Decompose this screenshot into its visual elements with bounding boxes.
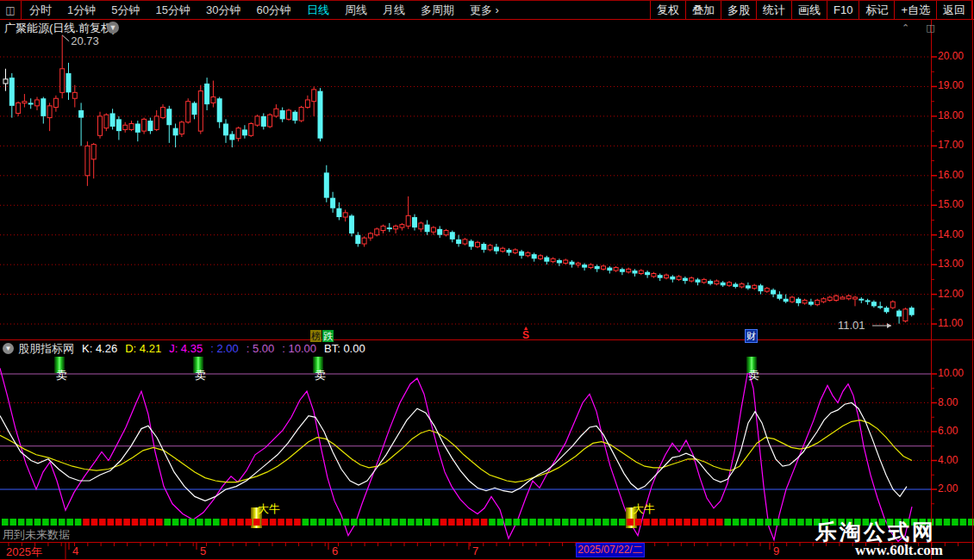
indicator-header: ▼ 股朋指标网K: 4.26D: 4.21J: 4.35: 2.00: 5.00… bbox=[3, 342, 373, 355]
pane-control-icons[interactable]: ⌃ ◫ bbox=[902, 22, 942, 34]
watermark-url: www.60lt.com bbox=[855, 542, 943, 559]
bull-signal-label: 大牛 bbox=[258, 503, 280, 515]
indicator-header-item-5: : 5.00 bbox=[247, 342, 275, 355]
indicator-axis-label: 6.00 bbox=[938, 426, 958, 437]
sell-signal-label: 卖 bbox=[195, 370, 206, 382]
sell-signal-label: 卖 bbox=[56, 370, 67, 382]
svg-text:11.01: 11.01 bbox=[838, 319, 865, 332]
price-axis-label: 15.00 bbox=[938, 199, 964, 210]
month-label: 4 bbox=[72, 544, 78, 557]
indicator-axis-label: 10.00 bbox=[938, 368, 964, 379]
indicator-axis-label: 2.00 bbox=[938, 483, 958, 495]
future-data-note: 用到未来数据 bbox=[3, 527, 70, 543]
price-axis-label: 17.00 bbox=[938, 140, 964, 151]
event-marker-0[interactable]: 榜 bbox=[310, 330, 322, 342]
svg-text:20.73: 20.73 bbox=[71, 34, 99, 47]
sell-signal-label: 卖 bbox=[748, 370, 759, 382]
price-axis-label: 13.00 bbox=[938, 258, 964, 270]
indicator-axis-label: 4.00 bbox=[938, 455, 958, 466]
sell-signal-label: 卖 bbox=[315, 370, 326, 382]
chevron-down-icon[interactable]: ▼ bbox=[107, 22, 119, 34]
year-label: 2025年 bbox=[6, 544, 42, 560]
price-axis-label: 16.00 bbox=[938, 170, 964, 181]
event-marker-1[interactable]: 跌 bbox=[322, 330, 334, 342]
price-axis-label: 14.00 bbox=[938, 229, 964, 240]
month-label: 9 bbox=[773, 544, 779, 557]
indicator-header-item-2: D: 4.21 bbox=[125, 342, 161, 355]
month-label: 5 bbox=[200, 544, 206, 557]
indicator-header-item-4: : 2.00 bbox=[210, 342, 239, 355]
indicator-header-item-3: J: 4.35 bbox=[169, 342, 203, 355]
price-axis-label: 18.00 bbox=[938, 110, 964, 121]
price-axis-label: 11.00 bbox=[938, 318, 963, 329]
price-axis-label: 12.00 bbox=[938, 289, 964, 300]
indicator-header-item-6: : 10.00 bbox=[282, 342, 316, 355]
trading-app-window: ◫ 分时1分钟5分钟15分钟30分钟60分钟日线周线月线多周期更多 › 复权叠加… bbox=[0, 0, 974, 560]
chart-canvas[interactable]: 20.7311.01 bbox=[0, 0, 974, 560]
sell-point-letter: S bbox=[519, 331, 533, 340]
price-axis-label: 19.00 bbox=[938, 80, 964, 91]
price-axis-label: 20.00 bbox=[938, 51, 964, 62]
indicator-axis-label: 8.00 bbox=[938, 397, 958, 408]
indicator-header-item-0: 股朋指标网 bbox=[18, 341, 74, 357]
event-marker-2[interactable]: 财 bbox=[745, 329, 758, 343]
selected-date-box: 2025/07/22/二 bbox=[576, 543, 645, 557]
bull-signal-label: 大牛 bbox=[633, 503, 655, 515]
stock-title: 广聚能源(日线.前复权) bbox=[4, 21, 116, 36]
chevron-circle-icon[interactable]: ▼ bbox=[3, 343, 14, 354]
month-label: 6 bbox=[332, 544, 338, 557]
sell-point-marker: ▲ S bbox=[519, 326, 533, 340]
indicator-header-item-1: K: 4.26 bbox=[82, 342, 117, 355]
indicator-header-item-7: BT: 0.00 bbox=[324, 342, 365, 355]
month-label: 7 bbox=[472, 544, 478, 557]
